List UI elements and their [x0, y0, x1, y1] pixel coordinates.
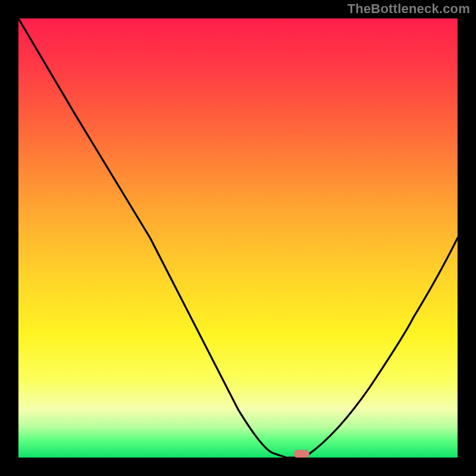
- watermark-text: TheBottleneck.com: [347, 1, 470, 17]
- chart-frame: TheBottleneck.com: [0, 0, 476, 476]
- optimal-marker: [294, 450, 309, 458]
- plot-area: [18, 18, 458, 458]
- bottleneck-curve: [18, 18, 458, 458]
